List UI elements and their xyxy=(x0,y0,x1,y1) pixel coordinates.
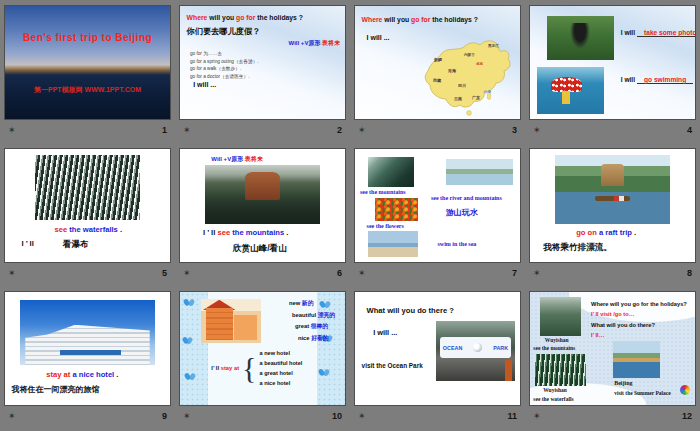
question-line: What will you do there ? xyxy=(367,306,454,315)
seal-mascot-icon xyxy=(473,343,482,352)
slide-footer-9: ✶ 9 xyxy=(4,406,171,426)
text-red: go on xyxy=(576,228,597,237)
hotel-block xyxy=(206,308,233,340)
animation-star-icon[interactable]: ✶ xyxy=(533,412,541,421)
vocab-cn: 很棒的 xyxy=(311,323,328,329)
slide-footer-12: ✶ 12 xyxy=(529,406,696,426)
slide-number: 5 xyxy=(162,268,167,278)
slide-thumbnail-10[interactable]: new 新的 beautiful 漂亮的 great 很棒的 nice 好看的 … xyxy=(179,291,346,406)
slide-thumbnail-3[interactable]: Where will you go for the holidays ? I w… xyxy=(354,5,521,120)
slide-cell-1: Ben's first trip to Beijing 第一PPT模板网 WWW… xyxy=(4,5,171,141)
flowers-photo xyxy=(375,198,418,222)
slide-thumbnail-12[interactable]: Wuyishan see the mountains Wuyishan see … xyxy=(529,291,696,406)
bamboo-raft xyxy=(595,196,630,201)
slide-cell-3: Where will you go for the holidays ? I w… xyxy=(354,5,521,141)
vocab-en: beautiful xyxy=(292,312,316,318)
slide-cell-2: Where will you go for the holidays ? 你们要… xyxy=(179,5,346,141)
province-label: 四川 xyxy=(458,83,466,88)
hotel-block xyxy=(234,315,258,340)
text-blue: the waterfalls xyxy=(69,225,118,234)
slide-thumbnail-11[interactable]: What will you do there ? I will ... visi… xyxy=(354,291,521,406)
vocab-row: nice 好看的 xyxy=(289,333,335,345)
animation-star-icon[interactable]: ✶ xyxy=(533,269,541,278)
label-see-mountains: see the mountains xyxy=(360,189,406,195)
question-text: Where will you go for the holidays? xyxy=(591,299,692,310)
animation-star-icon[interactable]: ✶ xyxy=(358,126,366,135)
hotel-option: a great hotel xyxy=(259,370,302,376)
beach-photo xyxy=(368,231,418,257)
question-line: Where will you go for the holidays ? xyxy=(187,14,303,21)
hotel-option: a nice hotel xyxy=(259,380,302,386)
answer-red: I’ ll… xyxy=(591,330,692,341)
slide-thumbnail-8[interactable]: go on a raft trip . 我将乘竹排漂流。 xyxy=(529,148,696,263)
map-hainan xyxy=(466,110,471,115)
slide-number: 3 xyxy=(512,125,517,135)
wuyishan-mountain-photo xyxy=(540,297,581,337)
swimming-pool-photo xyxy=(537,67,605,114)
slide-footer-3: ✶ 3 xyxy=(354,120,521,140)
slide-thumbnail-2[interactable]: Where will you go for the holidays ? 你们要… xyxy=(179,5,346,120)
animation-star-icon[interactable]: ✶ xyxy=(358,269,366,278)
slide-thumbnail-9[interactable]: stay at a nice hotel . 我将住在一间漂亮的旅馆 xyxy=(4,291,171,406)
animation-star-icon[interactable]: ✶ xyxy=(183,412,191,421)
text: the holidays ? xyxy=(430,16,478,23)
raft-river-photo xyxy=(555,155,671,224)
slide-thumbnail-4[interactable]: I willtake some photos I willgo swimming xyxy=(529,5,696,120)
grammar-note: Will +V原形 表将来 xyxy=(211,155,262,164)
text: I will xyxy=(621,76,635,83)
text: I will xyxy=(621,29,635,36)
phrase-notes: go for 为……去 go for a spring outing（去春游）.… xyxy=(190,50,259,80)
animation-star-icon[interactable]: ✶ xyxy=(183,126,191,135)
slide-footer-8: ✶ 8 xyxy=(529,263,696,283)
slide-number: 9 xyxy=(162,411,167,421)
slide-footer-10: ✶ 10 xyxy=(179,406,346,426)
text: . xyxy=(286,228,288,237)
note-line: go for a walk（去散步）. xyxy=(190,65,259,73)
wuyishan-waterfall-photo xyxy=(535,354,586,386)
fill-blank-line: I willtake some photos xyxy=(621,29,696,37)
slide-number: 4 xyxy=(687,125,692,135)
text-red: stay at xyxy=(221,365,239,371)
butterfly-icon xyxy=(319,369,328,377)
i-will-line: I will ... xyxy=(193,81,216,88)
animation-star-icon[interactable]: ✶ xyxy=(8,269,16,278)
hotel-photo xyxy=(20,300,155,366)
tan-rock xyxy=(601,164,624,186)
caption-see-waterfalls: see the waterfalls xyxy=(533,396,573,402)
slide-thumbnail-7[interactable]: see the mountains see the river and moun… xyxy=(354,148,521,263)
hotel-option: a new hotel xyxy=(259,350,302,356)
ocean-park-sign: OCEAN PARK xyxy=(440,337,511,359)
question-text: What will you do there? xyxy=(591,320,692,331)
province-label-beijing: 北京 xyxy=(475,61,484,66)
text-red: go for xyxy=(236,14,255,21)
slide-footer-2: ✶ 2 xyxy=(179,120,346,140)
text: I ’ ll xyxy=(203,228,215,237)
animation-star-icon[interactable]: ✶ xyxy=(358,412,366,421)
animation-star-icon[interactable]: ✶ xyxy=(8,126,16,135)
text: . xyxy=(120,225,122,234)
caption-summer-palace: visit the Summer Palace xyxy=(614,390,671,396)
label-see-flowers: see the flowers xyxy=(367,223,404,229)
mushroom-fountain-stem xyxy=(562,91,570,104)
vocab-en: great xyxy=(295,323,309,329)
slide-thumbnail-6[interactable]: Will +V原形 表将来 I ’ ll see the mountains .… xyxy=(179,148,346,263)
province-label: 内蒙古 xyxy=(464,52,475,57)
vocab-cn: 好看的 xyxy=(311,335,328,341)
slide-footer-11: ✶ 11 xyxy=(354,406,521,426)
text-red: see xyxy=(217,228,230,237)
animation-star-icon[interactable]: ✶ xyxy=(533,126,541,135)
butterfly-icon xyxy=(185,373,194,381)
animation-star-icon[interactable]: ✶ xyxy=(183,269,191,278)
note-line: go for a doctor（去请医生）. xyxy=(190,73,259,81)
slide-number: 7 xyxy=(512,268,517,278)
summer-palace-photo xyxy=(613,341,661,378)
caption-wuyishan: Wuyishan xyxy=(543,387,567,393)
slide-thumbnail-1[interactable]: Ben's first trip to Beijing 第一PPT模板网 WWW… xyxy=(4,5,171,120)
caption-see-mountains: see the mountains xyxy=(533,345,575,351)
people-figures xyxy=(570,23,590,49)
question-line: Where will you go for the holidays ? xyxy=(362,16,478,23)
slide-thumbnail-5[interactable]: see the waterfalls . I ’ ll 看瀑布 xyxy=(4,148,171,263)
hotel-option: a beautiful hotel xyxy=(259,360,302,366)
label-river-mountains: see the river and mountains xyxy=(431,195,502,201)
animation-star-icon[interactable]: ✶ xyxy=(8,412,16,421)
